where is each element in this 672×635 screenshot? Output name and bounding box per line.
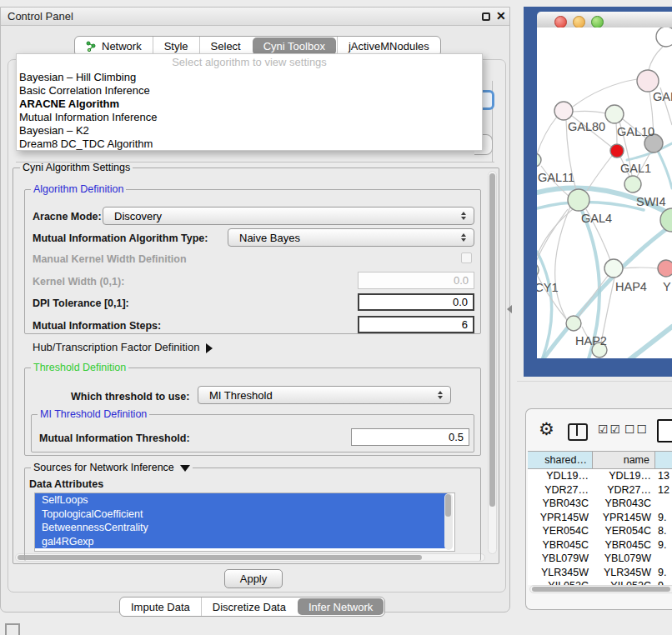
attribute-item-topologicalcoefficient[interactable]: TopologicalCoefficient (35, 508, 448, 522)
dropdown-item-aracne-algorithm[interactable]: ARACNE Algorithm (17, 98, 482, 111)
deselect-all-icon[interactable]: ☐☐ (624, 422, 649, 436)
mi-threshold-field[interactable]: 0.5 (351, 428, 469, 446)
node-GAL10[interactable] (605, 105, 624, 123)
node-GAL80[interactable] (554, 102, 573, 120)
bottom-tab-impute-data[interactable]: Impute Data (120, 598, 201, 616)
node-label-SWI4: SWI4 (636, 195, 665, 208)
kernel-width-field[interactable]: 0.0 (358, 272, 474, 289)
table-row[interactable]: YIL052CYIL052C9. (528, 579, 672, 585)
dropdown-item-dream8-dc-tdc-algorithm[interactable]: Dream8 DC_TDC Algorithm (17, 138, 482, 151)
node-HAP4[interactable] (604, 259, 623, 278)
bottom-tab-infer-network[interactable]: Infer Network (298, 598, 384, 615)
node-GCY1[interactable] (537, 262, 539, 278)
attributes-scrollbar[interactable] (444, 493, 453, 550)
which-threshold-combo[interactable]: MI Threshold (198, 386, 451, 404)
control-panel-titlebar[interactable]: Control Panel ✕ (1, 8, 509, 26)
node-Y[interactable] (658, 260, 672, 277)
algorithm-definition-title: Algorithm Definition (31, 184, 126, 195)
table-row[interactable]: YDL19…YDL19…13 (528, 469, 672, 483)
settings-group-title: Cyni Algorithm Settings (20, 162, 133, 173)
columns-icon[interactable] (568, 423, 588, 441)
kernel-width-label: Kernel Width (0,1): (33, 276, 124, 288)
dropdown-item-bayesian-k2[interactable]: Bayesian – K2 (17, 124, 482, 138)
node[interactable] (656, 28, 672, 47)
apply-button[interactable]: Apply (224, 569, 283, 588)
table-row[interactable]: YLR345WYLR345W9. (528, 566, 672, 580)
network-edge[interactable] (573, 111, 605, 113)
dpi-tolerance-field[interactable]: 0.0 (358, 293, 474, 311)
table-hscrollbar[interactable] (529, 585, 672, 593)
network-edge-thick[interactable] (537, 202, 644, 210)
node-GAL[interactable] (637, 70, 659, 92)
dropdown-item-basic-correlation-inference[interactable]: Basic Correlation Inference (17, 84, 482, 98)
bottom-tab-discretize-data[interactable]: Discretize Data (201, 598, 297, 616)
which-threshold-value: MI Threshold (209, 389, 273, 402)
minimized-panel-icon[interactable] (5, 623, 20, 635)
table-panel-window: ⚙ ☑☑ ☐☐ shared…name YDL19…YDL19…13YDR27…… (525, 408, 672, 610)
minimize-traffic-light-icon[interactable] (573, 16, 585, 28)
table-header-row: shared…name (528, 451, 672, 469)
data-attributes-list[interactable]: SelfLoopsTopologicalCoefficientBetweenne… (34, 492, 455, 552)
network-edge[interactable] (587, 156, 612, 191)
network-edge[interactable] (573, 79, 637, 107)
table-row[interactable]: YBR045CYBR045C9. (528, 538, 672, 552)
stepper-icon (438, 391, 443, 399)
stepper-icon (461, 233, 466, 242)
node-label-GAL80: GAL80 (568, 120, 605, 133)
manual-kernel-checkbox[interactable] (461, 252, 472, 263)
node-GAL4[interactable] (568, 189, 589, 211)
gear-icon[interactable]: ⚙ (539, 420, 554, 438)
column-header-shared…[interactable]: shared… (528, 452, 593, 468)
mi-steps-field[interactable]: 6 (358, 316, 474, 333)
attribute-item-gal4rgexp[interactable]: gal4RGexp (35, 535, 448, 549)
algorithm-dropdown-popup: Select algorithm to view settings Bayesi… (16, 53, 483, 151)
network-edge[interactable] (623, 268, 658, 268)
table-row[interactable]: YER054CYER054C8. (528, 524, 672, 538)
node-label-GAL1: GAL1 (620, 162, 651, 175)
panel-divider-arrow-icon[interactable] (507, 305, 512, 313)
aracne-mode-combo[interactable]: Discovery (103, 207, 474, 225)
network-edge-thick[interactable] (658, 151, 672, 188)
node-HAP2[interactable] (566, 316, 581, 331)
attribute-item-selfloops[interactable]: SelfLoops (35, 493, 448, 508)
node-label-GAL: GAL (653, 90, 672, 103)
dropdown-item-mutual-information-inference[interactable]: Mutual Information Inference (17, 111, 482, 124)
attribute-item-betweennesscentrality[interactable]: BetweennessCentrality (35, 521, 448, 535)
close-traffic-light-icon[interactable] (554, 16, 567, 28)
table-row[interactable]: YBL079WYBL079W (528, 552, 672, 566)
settings-scrollbar[interactable] (488, 171, 497, 554)
network-edge[interactable] (537, 209, 573, 262)
node-GAL11[interactable] (537, 153, 541, 167)
column-header-cut[interactable] (655, 452, 672, 468)
network-window-titlebar[interactable] (537, 12, 672, 28)
network-edge[interactable] (649, 47, 663, 70)
zoom-traffic-light-icon[interactable] (591, 16, 604, 28)
mi-type-combo[interactable]: Naive Bayes (228, 228, 474, 247)
hidden-focused-combo-fragment (483, 90, 494, 110)
network-edge[interactable] (537, 117, 557, 154)
close-icon[interactable]: ✕ (496, 9, 506, 22)
expand-right-icon[interactable] (206, 343, 213, 353)
collapse-down-icon[interactable] (180, 465, 190, 472)
column-header-name[interactable]: name (593, 452, 655, 468)
hub-definition-label: Hub/Transcription Factor Definition (33, 341, 199, 353)
control-panel-title: Control Panel (8, 10, 73, 22)
mi-steps-label: Mutual Information Steps: (33, 320, 161, 332)
network-canvas[interactable]: GALGAL80GAL10GAL1SWI4GAL11GAL4GCY1HAP4YH… (537, 28, 672, 358)
float-window-icon[interactable] (482, 12, 490, 21)
table-row[interactable]: YPR145WYPR145W9. (528, 511, 672, 525)
network-edge-thick[interactable] (537, 252, 552, 358)
table-row[interactable]: YDR27…YDR27…12 (528, 483, 672, 498)
tab-cyni-toolbox[interactable]: Cyni Toolbox (253, 38, 336, 55)
aracne-mode-value: Discovery (114, 210, 162, 222)
dropdown-item-bayesian-hill-climbing[interactable]: Bayesian – Hill Climbing (17, 71, 482, 84)
aracne-mode-label: Aracne Mode: (33, 211, 102, 222)
node-SWI4[interactable] (624, 176, 641, 192)
network-edge-thick[interactable] (612, 327, 672, 358)
table-row[interactable]: YBR043CYBR043C (528, 497, 672, 511)
select-all-icon[interactable]: ☑☑ (598, 422, 622, 436)
document-icon[interactable] (657, 419, 672, 442)
node-label-GAL11: GAL11 (538, 171, 574, 184)
node-GAL1[interactable] (610, 144, 624, 158)
hub-definition-expander[interactable]: Hub/Transcription Factor Definition (33, 341, 213, 353)
